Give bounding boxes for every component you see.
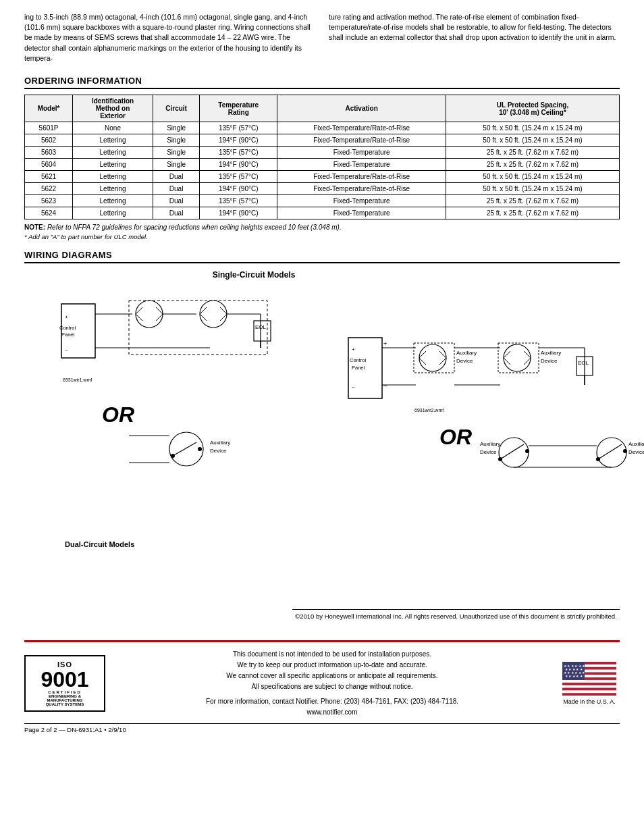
col-identification: IdentificationMethod onExterior	[73, 95, 153, 122]
svg-text:Panel: Panel	[61, 332, 75, 338]
svg-line-30	[173, 442, 196, 456]
made-in: Made in the U.S. A.	[559, 698, 620, 705]
svg-text:★ ★ ★ ★ ★: ★ ★ ★ ★ ★	[565, 674, 583, 678]
table-note: NOTE: Refer to NFPA 72 guidelines for sp…	[24, 224, 620, 231]
iso-logo: ISO 9001 CERTIFIED ENGINEERING & MANUFAC…	[24, 655, 105, 712]
svg-text:Dual-Circuit Models: Dual-Circuit Models	[65, 540, 134, 548]
svg-text:Device: Device	[456, 358, 473, 364]
ordering-title: ORDERING INFORMATION	[24, 76, 620, 89]
ordering-table: Model* IdentificationMethod onExterior C…	[24, 95, 620, 219]
svg-point-78	[596, 457, 600, 461]
svg-text:OR: OR	[439, 425, 472, 449]
svg-point-7	[136, 301, 163, 328]
svg-text:–: –	[352, 384, 355, 390]
wiring-title: WIRING DIAGRAMS	[24, 250, 620, 263]
table-row: 5621LetteringDual135°F (57°C)Fixed-Tempe…	[25, 171, 620, 183]
intro-right: ture rating and activation method. The r…	[329, 12, 620, 63]
svg-line-71	[500, 444, 524, 459]
iso-eng: ENGINEERING & MANUFACTURING	[31, 694, 99, 702]
svg-text:Auxiliary: Auxiliary	[210, 440, 230, 446]
intro-left: ing to 3.5-inch (88.9 mm) octagonal, 4-i…	[24, 12, 315, 63]
svg-text:Auxiliary: Auxiliary	[541, 350, 561, 356]
table-row: 5623LetteringDual135°F (57°C)Fixed-Tempe…	[25, 195, 620, 207]
svg-point-32	[198, 447, 202, 451]
disclaimer-1: This document is not intended to be used…	[119, 649, 545, 660]
disclaimer-3: We cannot cover all specific application…	[119, 671, 545, 681]
table-row: 5603LetteringSingle135°F (57°C)Fixed-Tem…	[25, 147, 620, 159]
intro-section: ing to 3.5-inch (88.9 mm) octagonal, 4-i…	[24, 12, 620, 63]
svg-text:Panel: Panel	[352, 365, 365, 371]
copyright-area: ©2010 by Honeywell International Inc. Al…	[292, 609, 620, 620]
wiring-diagram-svg: + Control Panel –	[24, 284, 335, 567]
footer-flag: ★ ★ ★ ★ ★ ★ ★ ★ ★ ★ ★ ★ ★ ★ ★ ★ ★ ★ ★ ★ …	[559, 662, 620, 705]
svg-point-43	[419, 344, 446, 371]
svg-point-53	[504, 344, 531, 371]
svg-text:+: +	[383, 340, 387, 347]
svg-text:Control: Control	[59, 325, 76, 331]
table-row: 5624LetteringDual194°F (90°C)Fixed-Tempe…	[25, 207, 620, 219]
disclaimer-4: All specifications are subject to change…	[119, 681, 545, 692]
svg-text:EOL: EOL	[255, 324, 267, 330]
table-header-row: Model* IdentificationMethod onExterior C…	[25, 95, 620, 122]
svg-rect-48	[414, 343, 454, 373]
svg-point-79	[623, 449, 627, 453]
disclaimer-2: We try to keep our product information u…	[119, 660, 545, 671]
iso-number: 9001	[31, 669, 99, 690]
bottom-footer: ISO 9001 CERTIFIED ENGINEERING & MANUFAC…	[24, 640, 620, 718]
website: www.notifier.com	[119, 707, 545, 718]
svg-text:Control: Control	[350, 357, 367, 363]
page-number-bar: Page 2 of 2 — DN-6931:A1 • 2/9/10	[24, 723, 620, 733]
svg-text:EOL: EOL	[578, 360, 589, 366]
svg-text:Auxiliary: Auxiliary	[480, 441, 500, 447]
svg-text:6931wir2.wmf: 6931wir2.wmf	[414, 408, 444, 413]
svg-text:–: –	[383, 382, 387, 389]
col-spacing: UL Protected Spacing,10' (3.048 m) Ceili…	[446, 95, 619, 122]
iso-quality: QUALITY SYSTEMS	[31, 702, 99, 706]
svg-point-14	[200, 301, 227, 328]
svg-point-73	[525, 449, 529, 453]
svg-text:+: +	[65, 314, 68, 320]
col-activation: Activation	[277, 95, 446, 122]
svg-point-70	[499, 438, 529, 467]
svg-rect-88	[562, 680, 616, 683]
footer-center-text: This document is not intended to be used…	[119, 649, 545, 718]
wiring-section: WIRING DIAGRAMS Single-Circuit Models + …	[24, 250, 620, 569]
wiring-diagram-right-svg: + Control Panel –	[342, 270, 644, 554]
svg-text:Device: Device	[628, 449, 644, 455]
svg-rect-58	[498, 343, 539, 373]
svg-rect-89	[562, 685, 616, 688]
copyright-text: ©2010 by Honeywell International Inc. Al…	[295, 613, 616, 620]
svg-text:Auxiliary: Auxiliary	[628, 441, 644, 447]
svg-point-76	[597, 438, 626, 467]
us-flag-svg: ★ ★ ★ ★ ★ ★ ★ ★ ★ ★ ★ ★ ★ ★ ★ ★ ★ ★ ★ ★ …	[562, 662, 616, 696]
svg-text:Auxiliary: Auxiliary	[456, 350, 477, 356]
svg-text:–: –	[65, 346, 68, 353]
svg-text:+: +	[352, 346, 355, 353]
table-row: 5622LetteringDual194°F (90°C)Fixed-Tempe…	[25, 183, 620, 195]
ordering-section: ORDERING INFORMATION Model* Identificati…	[24, 76, 620, 240]
table-row: 5602LetteringSingle194°F (90°C)Fixed-Tem…	[25, 134, 620, 147]
svg-text:OR: OR	[102, 402, 134, 427]
svg-rect-90	[562, 690, 616, 693]
col-circuit: Circuit	[153, 95, 199, 122]
col-temperature: TemperatureRating	[200, 95, 277, 122]
diagram-left: Single-Circuit Models + Control Panel –	[24, 270, 335, 569]
svg-text:Device: Device	[210, 448, 227, 454]
svg-point-72	[498, 457, 502, 461]
contact-line: For more information, contact Notifier. …	[119, 696, 545, 707]
svg-text:Device: Device	[480, 449, 497, 455]
table-row: 5601PNoneSingle135°F (57°C)Fixed-Tempera…	[25, 122, 620, 134]
single-circuit-label: Single-Circuit Models	[159, 270, 348, 280]
svg-text:Device: Device	[541, 358, 558, 364]
col-model: Model*	[25, 95, 73, 122]
table-row: 5604LetteringSingle194°F (90°C)Fixed-Tem…	[25, 159, 620, 171]
diagram-right: + Control Panel –	[342, 270, 644, 555]
asterisk-note: * Add an "A" to part number for ULC mode…	[24, 233, 620, 240]
svg-point-31	[171, 454, 175, 458]
svg-line-77	[598, 444, 622, 459]
page-number: Page 2 of 2 — DN-6931:A1 • 2/9/10	[24, 726, 126, 733]
wiring-diagrams-container: Single-Circuit Models + Control Panel –	[24, 270, 620, 569]
svg-text:6931wir1.wmf: 6931wir1.wmf	[63, 377, 92, 382]
